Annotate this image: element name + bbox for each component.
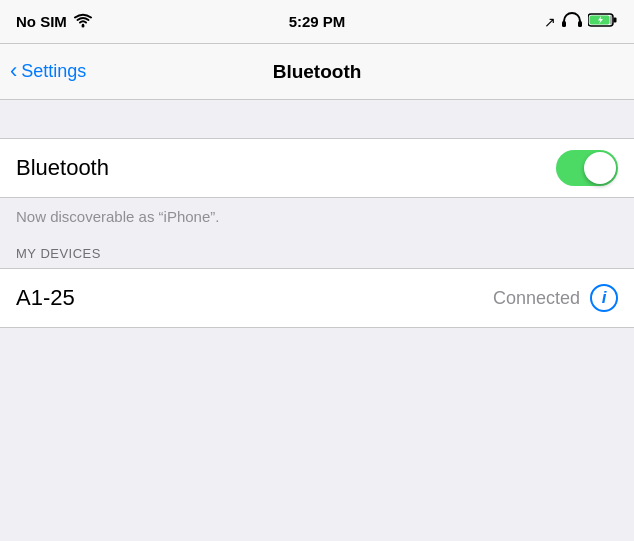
headphone-icon [561, 12, 583, 32]
bluetooth-toggle[interactable] [556, 150, 618, 186]
status-left: No SIM [16, 13, 93, 31]
device-name: A1-25 [16, 285, 75, 311]
svg-rect-4 [614, 17, 617, 22]
bluetooth-row: Bluetooth [0, 139, 634, 197]
device-status: Connected [493, 288, 580, 309]
location-icon: ↗ [544, 14, 556, 30]
svg-point-0 [81, 24, 84, 27]
info-icon-label: i [602, 288, 607, 308]
my-devices-header: MY DEVICES [0, 236, 634, 268]
status-bar: No SIM 5:29 PM ↗ [0, 0, 634, 44]
back-label: Settings [21, 61, 86, 82]
discoverable-text: Now discoverable as “iPhone”. [16, 208, 219, 225]
back-button[interactable]: ‹ Settings [10, 61, 86, 82]
bluetooth-label: Bluetooth [16, 155, 109, 181]
nav-bar: ‹ Settings Bluetooth [0, 44, 634, 100]
svg-rect-2 [578, 21, 582, 27]
device-row: A1-25 Connected i [0, 269, 634, 327]
top-spacer [0, 100, 634, 138]
carrier-label: No SIM [16, 13, 67, 30]
device-section: A1-25 Connected i [0, 268, 634, 328]
svg-rect-1 [562, 21, 566, 27]
discoverable-section: Now discoverable as “iPhone”. [0, 198, 634, 236]
wifi-icon [73, 13, 93, 31]
device-info-button[interactable]: i [590, 284, 618, 312]
battery-icon [588, 12, 618, 32]
bluetooth-section: Bluetooth [0, 138, 634, 198]
device-right: Connected i [493, 284, 618, 312]
my-devices-label: MY DEVICES [16, 246, 101, 261]
status-time: 5:29 PM [289, 13, 346, 30]
nav-title: Bluetooth [273, 61, 362, 83]
status-right: ↗ [544, 12, 618, 32]
svg-rect-6 [610, 15, 613, 24]
toggle-knob [584, 152, 616, 184]
back-chevron-icon: ‹ [10, 60, 17, 82]
